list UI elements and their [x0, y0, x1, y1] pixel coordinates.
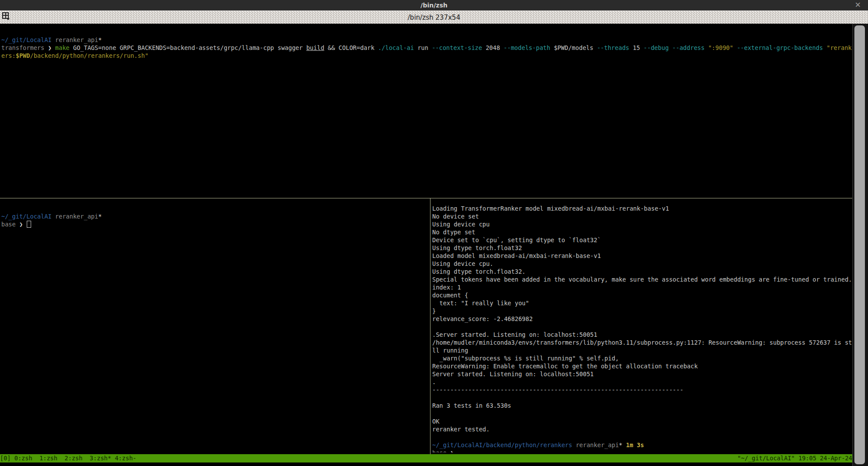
- terminal-text-segment: make: [55, 44, 73, 51]
- terminal-text-segment: }: [432, 307, 436, 314]
- window-menu-icon[interactable]: [2, 12, 10, 22]
- terminal-text-segment: base: [432, 449, 450, 452]
- terminal-cursor: [27, 221, 31, 228]
- terminal-text-segment: [733, 44, 737, 51]
- terminal-line: [432, 394, 852, 402]
- terminal-line: ll running: [432, 346, 852, 354]
- terminal-text-segment: No dtype set: [432, 229, 475, 236]
- terminal-text-segment: Using device cpu: [432, 221, 490, 228]
- terminal-text-segment: relevance_score: -2.46826982: [432, 315, 533, 322]
- terminal-text-segment: [52, 213, 55, 220]
- terminal-text-segment: /home/mudler/miniconda3/envs/transformer…: [432, 339, 852, 346]
- terminal-line: ~/_git/LocalAI/backend/python/rerankers …: [432, 441, 852, 449]
- terminal-text-segment: [623, 441, 626, 448]
- close-icon[interactable]: ✕: [855, 0, 861, 9]
- terminal-text-segment: document {: [432, 292, 468, 299]
- terminal-text-segment: *: [619, 441, 623, 448]
- terminal-line: reranker tested.: [432, 425, 852, 433]
- terminal-line: ResourceWarning: Enable tracemalloc to g…: [432, 362, 852, 370]
- terminal-line: ----------------------------------------…: [432, 386, 852, 394]
- tmux-pane-bottom-left[interactable]: ~/_git/LocalAI reranker_api*base ❯: [1, 205, 427, 452]
- terminal-text-segment: .: [432, 378, 436, 385]
- terminal-text-segment: Server started. Listening on: localhost:…: [432, 371, 594, 378]
- terminal-line: Special tokens have been added in the vo…: [432, 275, 852, 283]
- scrollbar-thumb[interactable]: [854, 25, 865, 464]
- terminal-line: .Server started. Listening on: localhost…: [432, 331, 852, 339]
- tmux-status-right: "~/_git/LocalAI" 19:05 24-Apr-24: [737, 454, 852, 462]
- terminal-text-segment: Using dtype torch.float32: [432, 244, 522, 251]
- terminal-line: /home/mudler/miniconda3/envs/transformer…: [432, 339, 852, 346]
- terminal-line: Ran 3 tests in 63.530s: [432, 402, 852, 410]
- terminal-line: [432, 410, 852, 417]
- terminal-line: _warn("subprocess %s is still running" %…: [432, 354, 852, 362]
- terminal-text-segment: /backend/python/rerankers/run.sh": [30, 52, 149, 59]
- terminal-text-segment: ~/_git/LocalAI: [1, 36, 52, 43]
- terminal-text-segment: text: "I really like you": [432, 300, 529, 307]
- tmux-pane-top[interactable]: ~/_git/LocalAI reranker_api*transformers…: [1, 28, 852, 199]
- terminal-text-segment: base: [1, 221, 19, 228]
- terminal-text-segment: *: [98, 36, 102, 43]
- terminal-text-segment: Using dtype torch.float32.: [432, 268, 526, 275]
- tmux-pane-border-vertical[interactable]: [430, 198, 430, 454]
- terminal-text-segment: "rerank: [826, 44, 851, 51]
- tmux-pane-border-horizontal[interactable]: [0, 198, 852, 198]
- tmux-status-bar: [0] 0:zsh 1:zsh 2:zsh 3:zsh* 4:zsh- "~/_…: [0, 454, 852, 462]
- terminal-text-segment: transformers: [1, 44, 48, 51]
- terminal-text-segment: --debug: [644, 44, 669, 51]
- terminal-line: }: [432, 307, 852, 315]
- window-title: /bin/zsh: [420, 2, 447, 9]
- terminal-text-segment: .Server started. Listening on: localhost…: [432, 331, 597, 338]
- terminal-text-segment: 15: [629, 44, 644, 51]
- terminal-text-segment: reranker tested.: [432, 426, 490, 433]
- terminal-line: No dtype set: [432, 228, 852, 236]
- terminal-text-segment: build: [306, 44, 324, 51]
- tmux-pane-bottom-right[interactable]: Loading TransformerRanker model mixedbre…: [432, 205, 852, 452]
- terminal-text-segment: && COLOR=dark: [324, 44, 378, 51]
- terminal-line: Using device cpu: [432, 220, 852, 228]
- terminal-line: ers:$PWD/backend/python/rerankers/run.sh…: [1, 52, 852, 60]
- terminal-text-segment: ❯: [19, 221, 26, 228]
- terminal-text-segment: --address: [672, 44, 705, 51]
- terminal-text-segment: OK: [432, 418, 439, 425]
- terminal-text-segment: ":9090": [708, 44, 733, 51]
- terminal-text-segment: reranker_api: [55, 36, 98, 43]
- terminal-text-segment: Special tokens have been added in the vo…: [432, 276, 852, 283]
- terminal-text-segment: No device set: [432, 213, 479, 220]
- terminal-text-segment: 2048: [482, 44, 504, 51]
- terminal-text-segment: [669, 44, 672, 51]
- terminal-line: relevance_score: -2.46826982: [432, 315, 852, 323]
- terminal-text-segment: ----------------------------------------…: [432, 386, 683, 393]
- terminal-text-segment: ./local-ai: [378, 44, 414, 51]
- terminal-line: [1, 28, 852, 36]
- terminal-text-segment: ~/_git/LocalAI/backend/python/rerankers: [432, 441, 572, 448]
- terminal-text-segment: ❯: [48, 44, 55, 51]
- terminal-text-segment: reranker_api: [55, 213, 98, 220]
- terminal-text-segment: Loading TransformerRanker model mixedbre…: [432, 205, 669, 212]
- terminal-tabbar[interactable]: /bin/zsh 237x54: [0, 11, 868, 24]
- terminal-text-segment: Loaded model mixedbread-ai/mxbai-rerank-…: [432, 252, 601, 259]
- terminal-line: [432, 433, 852, 441]
- terminal-text-segment: $PWD: [16, 52, 30, 59]
- tmux-window-list[interactable]: [0] 0:zsh 1:zsh 2:zsh 3:zsh* 4:zsh-: [0, 454, 136, 462]
- terminal-line: Using dtype torch.float32.: [432, 268, 852, 275]
- terminal-line: Loaded model mixedbread-ai/mxbai-rerank-…: [432, 252, 852, 260]
- terminal-screen[interactable]: ~/_git/LocalAI reranker_api*transformers…: [0, 24, 868, 466]
- terminal-line: transformers ❯ make GO_TAGS=none GRPC_BA…: [1, 44, 852, 52]
- terminal-text-segment: --models-path: [504, 44, 550, 51]
- terminal-text-segment: --context-size: [432, 44, 482, 51]
- terminal-text-segment: ResourceWarning: Enable tracemalloc to g…: [432, 363, 698, 370]
- terminal-line: [1, 205, 427, 212]
- terminal-text-segment: index: 1: [432, 284, 461, 291]
- terminal-text-segment: ers:: [1, 52, 16, 59]
- terminal-text-segment: --external-grpc-backends: [737, 44, 823, 51]
- terminal-line: Loading TransformerRanker model mixedbre…: [432, 205, 852, 212]
- terminal-line: .: [432, 378, 852, 386]
- terminal-text-segment: run: [414, 44, 432, 51]
- terminal-line: No device set: [432, 212, 852, 220]
- terminal-line: OK: [432, 417, 852, 425]
- terminal-line: Using device cpu.: [432, 260, 852, 268]
- scrollbar-track[interactable]: [852, 24, 868, 466]
- terminal-text-segment: ~/_git/LocalAI: [1, 213, 52, 220]
- terminal-line: Server started. Listening on: localhost:…: [432, 370, 852, 378]
- terminal-text-segment: GO_TAGS=none GRPC_BACKENDS=backend-asset…: [73, 44, 306, 51]
